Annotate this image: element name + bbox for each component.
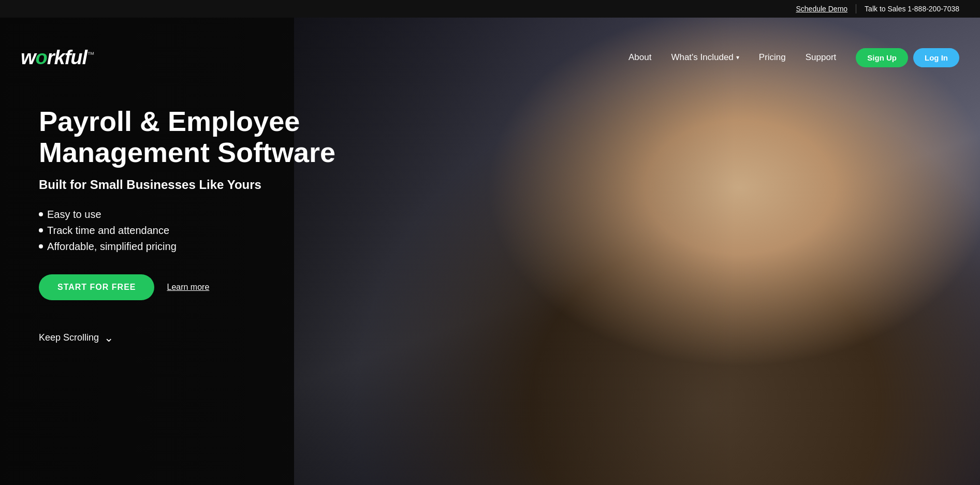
nav-whats-included[interactable]: What's Included ▾ [664, 48, 746, 67]
bullet-dot-icon [39, 212, 43, 216]
top-bar-divider [856, 4, 856, 13]
chevron-down-icon: ▾ [736, 54, 739, 61]
learn-more-link[interactable]: Learn more [167, 283, 209, 292]
bullet-track-time: Track time and attendance [39, 225, 352, 237]
nav-about[interactable]: About [621, 48, 659, 67]
bullet-easy-to-use: Easy to use [39, 209, 352, 221]
login-button[interactable]: Log In [913, 48, 959, 67]
chevron-down-icon: ⌄ [104, 331, 113, 345]
start-free-button[interactable]: START FOR FREE [39, 274, 154, 300]
logo-text: workful™ [21, 47, 94, 69]
nav-links: About What's Included ▾ Pricing Support [621, 48, 843, 67]
hero-bullets: Easy to use Track time and attendance Af… [39, 209, 352, 253]
keep-scrolling-button[interactable]: Keep Scrolling ⌄ [39, 331, 352, 345]
hero-section: workful™ About What's Included ▾ Pricing… [0, 18, 980, 485]
schedule-demo-link[interactable]: Schedule Demo [796, 5, 847, 13]
logo[interactable]: workful™ [21, 47, 94, 69]
hero-cta: START FOR FREE Learn more [39, 274, 352, 300]
hero-subtitle: Built for Small Businesses Like Yours [39, 178, 352, 192]
nav-support[interactable]: Support [798, 48, 844, 67]
hero-title: Payroll & Employee Management Software [39, 106, 352, 168]
phone-number: Talk to Sales 1-888-200-7038 [865, 5, 959, 13]
signup-button[interactable]: Sign Up [856, 48, 908, 67]
bullet-affordable: Affordable, simplified pricing [39, 241, 352, 253]
top-bar: Schedule Demo Talk to Sales 1-888-200-70… [0, 0, 980, 18]
bullet-dot-icon [39, 228, 43, 232]
main-nav: workful™ About What's Included ▾ Pricing… [0, 39, 980, 76]
nav-pricing[interactable]: Pricing [752, 48, 793, 67]
bullet-dot-icon [39, 244, 43, 248]
